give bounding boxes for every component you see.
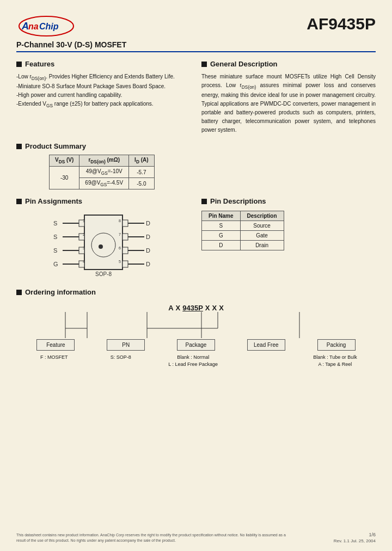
svg-text:7: 7 — [119, 232, 121, 236]
sop8-svg: S S S G D — [49, 210, 158, 280]
ps-id-val-2: -5.0 — [129, 178, 154, 189]
code-x3: X — [212, 304, 217, 312]
ps-col-id: ID (A) — [129, 155, 154, 167]
product-summary-table: VDS (V) rDS(on) (mΩ) ID (A) -30 49@VGS=-… — [49, 155, 155, 189]
pin-col-desc: Description — [240, 211, 284, 221]
features-column: Features -Low rDS(on). Provides Higher E… — [16, 60, 191, 134]
product-summary-section: Product Summary VDS (V) rDS(on) (mΩ) ID … — [16, 142, 376, 189]
ordering-label: Ordering information — [25, 288, 96, 296]
product-summary-label: Product Summary — [25, 142, 86, 150]
footer: This datasheet contains new product info… — [16, 532, 376, 543]
ps-rds-val-1: 49@VGS=-10V — [79, 167, 129, 178]
header: A na Chip AF9435P — [16, 11, 376, 37]
pin-desc-g: Gate — [240, 231, 284, 241]
ordering-box-package: Package — [177, 339, 215, 351]
footer-disclaimer: This datasheet contains new product info… — [16, 532, 289, 543]
svg-rect-4 — [84, 215, 122, 270]
product-summary-title: Product Summary — [16, 142, 376, 150]
feature-item-1: -Low rDS(on). Provides Higher Efficiency… — [16, 72, 191, 82]
feature-item-2: -Miniature SO-8 Surface Mount Package Sa… — [16, 82, 191, 91]
svg-text:5: 5 — [119, 260, 121, 264]
ps-id-val-1: -5.7 — [129, 167, 154, 178]
pin-descriptions-section: Pin Descriptions Pin Name Description S … — [201, 197, 376, 280]
svg-text:S: S — [53, 234, 57, 240]
sop-diagram: S S S G D — [16, 210, 191, 280]
svg-rect-29 — [122, 261, 128, 267]
svg-text:D: D — [146, 261, 150, 267]
svg-point-6 — [99, 244, 103, 249]
subtitle: P-Channel 30-V (D-S) MOSFET — [16, 40, 376, 49]
pin-assignments-title: Pin Assignments — [16, 197, 191, 205]
ps-table-header-row: VDS (V) rDS(on) (mΩ) ID (A) — [50, 155, 155, 167]
pin-col-name: Pin Name — [202, 211, 241, 221]
part-number: AF9435P — [307, 15, 376, 33]
product-summary-table-wrap: VDS (V) rDS(on) (mΩ) ID (A) -30 49@VGS=-… — [49, 155, 376, 189]
ordering-box-pn: PN — [107, 339, 145, 351]
pin-row-s: S Source — [202, 221, 284, 231]
ordering-icon — [16, 290, 22, 295]
pin-assignments-section: Pin Assignments S — [16, 197, 191, 280]
ordering-code-row: A X 9435P X X X — [22, 304, 370, 312]
pin-name-d: D — [202, 241, 241, 250]
svg-text:S: S — [53, 220, 57, 226]
general-desc-title: General Description — [201, 60, 376, 68]
pin-assignments-label: Pin Assignments — [25, 197, 82, 205]
ordering-title: Ordering information — [16, 288, 376, 296]
pin-desc-s: Source — [240, 221, 284, 231]
ordering-box-leadfree: Lead Free — [247, 339, 285, 351]
general-desc-label: General Description — [210, 60, 278, 68]
page: A na Chip AF9435P P-Channel 30-V (D-S) M… — [0, 0, 392, 551]
pin-assignments-icon — [16, 199, 22, 204]
pin-desc-d: Drain — [240, 241, 284, 250]
pin-row-d: D Drain — [202, 241, 284, 250]
ps-vds-val: -30 — [50, 167, 79, 189]
svg-text:1: 1 — [83, 219, 85, 223]
ordering-desc-row: F : MOSFET S: SOP-8 Blank : NormalL : Le… — [22, 354, 370, 368]
svg-text:D: D — [146, 220, 150, 226]
ordering-desc-pn: S: SOP-8 — [102, 354, 140, 368]
svg-text:D: D — [146, 247, 150, 254]
svg-text:2: 2 — [83, 232, 85, 236]
product-summary-icon — [16, 144, 22, 149]
pin-row-g: G Gate — [202, 231, 284, 241]
ordering-desc-leadfree — [247, 354, 285, 368]
code-x2: X — [205, 304, 210, 312]
general-desc-column: General Description These miniature surf… — [201, 60, 376, 134]
ordering-boxes-row: Feature PN Package Lead Free Packing — [22, 339, 370, 351]
ordering-lines-svg — [33, 312, 359, 339]
svg-text:SOP-8: SOP-8 — [95, 271, 112, 277]
pin-descriptions-label: Pin Descriptions — [210, 197, 266, 205]
svg-text:8: 8 — [119, 219, 121, 223]
ordering-box-feature: Feature — [36, 339, 75, 351]
ordering-desc-feature: F : MOSFET — [35, 354, 73, 368]
features-general-row: Features -Low rDS(on). Provides Higher E… — [16, 60, 376, 134]
feature-item-4: -Extended VGS range (±25) for battery pa… — [16, 100, 191, 109]
code-9435p: 9435P — [182, 304, 203, 312]
ps-col-vds: VDS (V) — [50, 155, 79, 167]
svg-text:D: D — [146, 234, 150, 240]
header-divider — [16, 51, 376, 52]
logo: A na Chip — [16, 11, 76, 37]
general-desc-icon — [201, 62, 207, 67]
ps-table-row-1: -30 49@VGS=-10V -5.7 — [50, 167, 155, 178]
ordering-desc-packing: Blank : Tube or BulkA : Tape & Reel — [313, 354, 357, 368]
pin-name-s: S — [202, 221, 241, 231]
ordering-section: Ordering information A X 9435P X X X — [16, 288, 376, 368]
features-label: Features — [25, 60, 54, 68]
svg-text:S: S — [53, 247, 57, 254]
svg-text:G: G — [53, 261, 58, 267]
features-list: -Low rDS(on). Provides Higher Efficiency… — [16, 72, 191, 110]
ordering-box-packing: Packing — [317, 339, 356, 351]
code-x4: X — [219, 304, 224, 312]
ps-rds-val-2: 69@VGS=-4.5V — [79, 178, 129, 189]
svg-rect-20 — [122, 220, 128, 226]
pin-table-header-row: Pin Name Description — [202, 211, 284, 221]
ps-col-rds: rDS(on) (mΩ) — [79, 155, 129, 167]
feature-item-3: -High power and current handling capabil… — [16, 91, 191, 100]
footer-rev: Rev. 1.1 Jul. 25, 2004 — [334, 538, 376, 543]
svg-text:6: 6 — [119, 246, 121, 250]
pin-descriptions-icon — [201, 199, 207, 204]
svg-rect-23 — [122, 234, 128, 240]
pin-descriptions-table: Pin Name Description S Source G Gate D — [201, 211, 284, 250]
svg-rect-26 — [122, 247, 128, 254]
